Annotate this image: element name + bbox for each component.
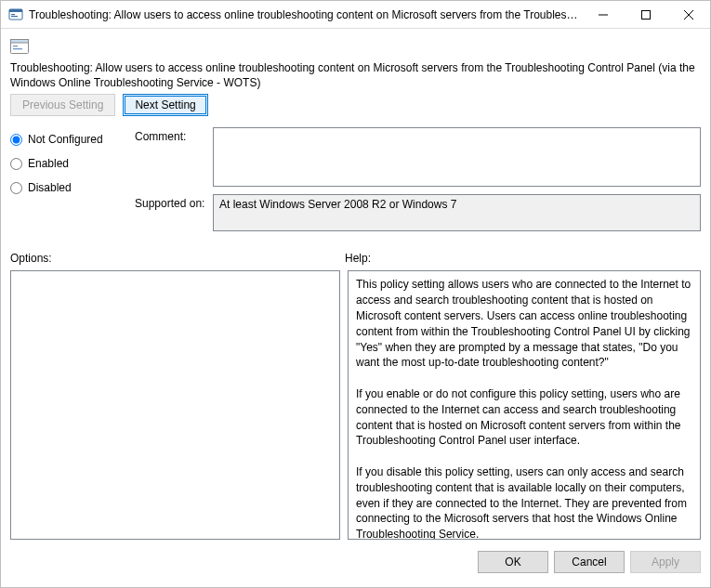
minimize-button[interactable] [582,1,625,28]
policy-icon [10,38,29,55]
comment-input[interactable] [213,127,701,187]
app-icon [8,7,23,22]
apply-button: Apply [630,551,701,573]
svg-rect-1 [9,9,22,12]
next-setting-button[interactable]: Next Setting [123,94,207,116]
svg-rect-5 [642,10,651,19]
options-pane [10,270,340,540]
help-heading: Help: [345,252,701,265]
svg-rect-3 [11,16,18,17]
radio-label: Not Configured [28,133,103,146]
radio-disabled-input[interactable] [10,182,22,194]
title-bar: Troubleshooting: Allow users to access o… [1,1,710,29]
maximize-button[interactable] [625,1,667,28]
radio-label: Disabled [28,181,72,194]
state-radio-group: Not Configured Enabled Disabled [10,127,122,239]
ok-button[interactable]: OK [478,551,548,573]
comment-label: Comment: [135,127,213,143]
help-pane[interactable]: This policy setting allows users who are… [348,270,701,540]
close-button[interactable] [667,1,710,28]
radio-label: Enabled [28,157,69,170]
radio-not-configured-input[interactable] [10,134,22,146]
supported-on-value: At least Windows Server 2008 R2 or Windo… [213,194,701,231]
policy-title: Troubleshooting: Allow users to access o… [10,60,701,90]
radio-enabled[interactable]: Enabled [10,151,122,176]
options-heading: Options: [10,252,345,265]
previous-setting-button: Previous Setting [10,94,115,116]
radio-not-configured[interactable]: Not Configured [10,127,122,151]
cancel-button[interactable]: Cancel [554,551,625,573]
supported-on-label: Supported on: [135,194,213,210]
svg-rect-10 [13,46,18,46]
radio-disabled[interactable]: Disabled [10,176,122,200]
window-title: Troubleshooting: Allow users to access o… [29,8,582,21]
svg-rect-2 [11,14,15,15]
radio-enabled-input[interactable] [10,158,22,170]
svg-rect-9 [11,40,29,44]
svg-rect-11 [13,48,22,49]
